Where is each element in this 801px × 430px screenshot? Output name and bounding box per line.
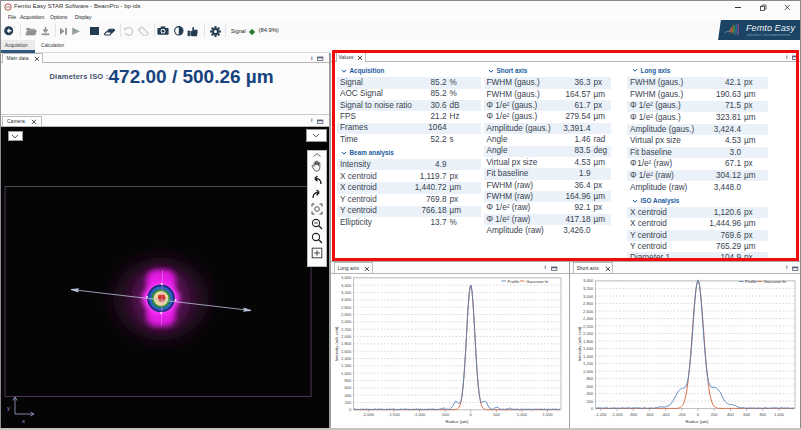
svg-text:600: 600 (586, 384, 594, 389)
svg-text:3,000: 3,000 (583, 294, 594, 299)
svg-text:Profile: Profile (508, 279, 521, 284)
svg-text:-500: -500 (441, 412, 450, 417)
svg-text:2,400: 2,400 (341, 319, 352, 324)
svg-text:0: 0 (349, 407, 352, 412)
svg-text:1,400: 1,400 (583, 354, 594, 359)
svg-text:400: 400 (344, 393, 352, 398)
svg-text:-800: -800 (629, 412, 638, 417)
svg-text:Radius (µm): Radius (µm) (446, 419, 469, 424)
svg-text:-1,500: -1,500 (388, 412, 400, 417)
svg-text:Intensity (arb. unit): Intensity (arb. unit) (577, 326, 582, 361)
svg-text:1,000: 1,000 (774, 412, 785, 417)
svg-text:500: 500 (493, 412, 501, 417)
svg-text:-1,200: -1,200 (595, 412, 607, 417)
svg-text:1,400: 1,400 (341, 356, 352, 361)
svg-text:-2,000: -2,000 (362, 412, 374, 417)
svg-text:800: 800 (759, 412, 767, 417)
svg-text:1,600: 1,600 (341, 349, 352, 354)
svg-text:1,800: 1,800 (583, 339, 594, 344)
svg-text:200: 200 (586, 399, 594, 404)
svg-text:-200: -200 (678, 412, 687, 417)
svg-text:2,800: 2,800 (583, 301, 594, 306)
svg-text:0: 0 (591, 406, 594, 411)
svg-text:Radius (µm): Radius (µm) (686, 419, 709, 424)
svg-text:2,800: 2,800 (341, 305, 352, 310)
svg-text:1,600: 1,600 (583, 346, 594, 351)
svg-text:400: 400 (727, 412, 735, 417)
svg-text:2,600: 2,600 (341, 312, 352, 317)
svg-text:1,000: 1,000 (583, 369, 594, 374)
svg-text:Intensity (arb. unit): Intensity (arb. unit) (334, 326, 339, 361)
svg-text:2,200: 2,200 (341, 327, 352, 332)
svg-text:Gaussian fit: Gaussian fit (526, 279, 549, 284)
svg-text:3,600: 3,600 (341, 275, 352, 280)
svg-text:-600: -600 (645, 412, 654, 417)
svg-text:Gaussian fit: Gaussian fit (764, 279, 787, 284)
svg-text:3,200: 3,200 (583, 286, 594, 291)
svg-text:Profile: Profile (745, 279, 758, 284)
svg-text:3,400: 3,400 (341, 283, 352, 288)
svg-text:200: 200 (344, 400, 352, 405)
svg-text:2,400: 2,400 (583, 316, 594, 321)
svg-text:1,200: 1,200 (583, 361, 594, 366)
svg-text:3,400: 3,400 (583, 278, 594, 283)
svg-text:800: 800 (586, 376, 594, 381)
svg-text:400: 400 (586, 391, 594, 396)
svg-text:1,000: 1,000 (517, 412, 528, 417)
svg-text:1,500: 1,500 (542, 412, 553, 417)
svg-text:1,800: 1,800 (341, 341, 352, 346)
svg-text:2,200: 2,200 (583, 324, 594, 329)
svg-text:0: 0 (470, 412, 473, 417)
svg-text:2,600: 2,600 (583, 309, 594, 314)
svg-text:600: 600 (743, 412, 751, 417)
svg-text:1,200: 1,200 (341, 363, 352, 368)
svg-text:2,000: 2,000 (583, 331, 594, 336)
svg-text:-400: -400 (661, 412, 670, 417)
svg-text:800: 800 (344, 378, 352, 383)
svg-text:-1,000: -1,000 (414, 412, 426, 417)
svg-text:0: 0 (697, 412, 700, 417)
svg-text:200: 200 (711, 412, 719, 417)
svg-text:1,000: 1,000 (341, 371, 352, 376)
svg-text:3,000: 3,000 (341, 297, 352, 302)
svg-text:2,000: 2,000 (341, 334, 352, 339)
svg-text:600: 600 (344, 385, 352, 390)
svg-text:3,200: 3,200 (341, 290, 352, 295)
svg-text:-1,000: -1,000 (611, 412, 623, 417)
